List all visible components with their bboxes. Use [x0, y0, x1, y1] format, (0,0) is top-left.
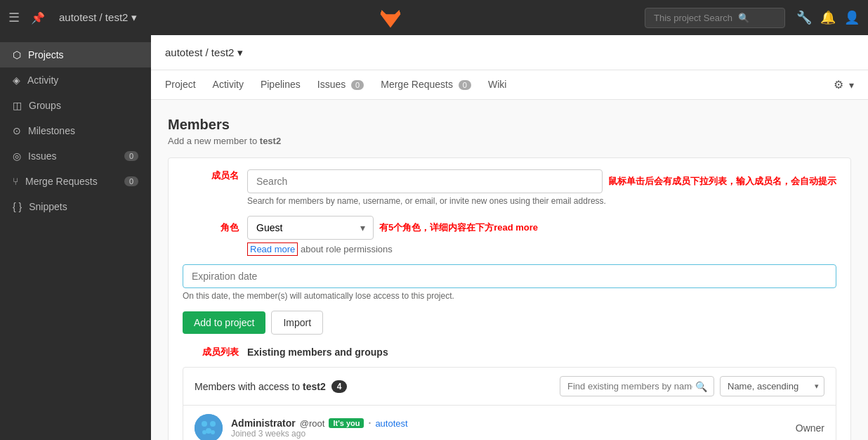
search-box[interactable]: This project Search 🔍 — [645, 8, 785, 28]
member-joined: Joined 3 weeks ago — [231, 429, 787, 439]
import-button[interactable]: Import — [271, 311, 323, 335]
page-title: Members — [168, 117, 851, 133]
wrench-icon[interactable]: 🔧 — [796, 10, 812, 25]
subnav-activity[interactable]: Activity — [213, 72, 244, 98]
role-annotation-label: 角色 — [221, 222, 239, 233]
member-name: Administrator @root It's you · autotest — [231, 418, 787, 429]
hamburger-icon[interactable]: ☰ — [8, 10, 20, 25]
sort-wrapper: Name, ascending Name, descending Last jo… — [720, 376, 824, 396]
gitlab-logo — [378, 5, 403, 30]
search-members-input[interactable] — [247, 169, 603, 193]
find-search-icon: 🔍 — [695, 381, 707, 392]
snippets-icon: { } — [13, 201, 22, 212]
breadcrumb-text[interactable]: autotest / test2 ▾ — [165, 46, 243, 59]
subnav-merge-requests[interactable]: Merge Requests 0 — [381, 72, 471, 98]
settings-dropdown-icon[interactable]: ▾ — [849, 79, 854, 91]
svg-point-4 — [202, 430, 206, 434]
sidebar-item-label-milestones: Milestones — [28, 125, 75, 136]
subnav-project[interactable]: Project — [165, 72, 196, 98]
sidebar: ⬡ Projects ◈ Activity ◫ Groups ⊙ Milesto… — [0, 35, 151, 440]
breadcrumb[interactable]: autotest / test2 ▾ — [59, 11, 137, 23]
find-members-wrapper: 🔍 — [560, 376, 714, 396]
its-you-badge: It's you — [329, 418, 364, 428]
add-to-project-button[interactable]: Add to project — [183, 311, 265, 334]
top-navbar: ☰ 📌 autotest / test2 ▾ This project Sear… — [0, 0, 868, 35]
table-row: Administrator @root It's you · autotest … — [183, 406, 836, 440]
svg-point-0 — [195, 414, 223, 440]
sidebar-item-projects[interactable]: ⬡ Projects — [0, 42, 151, 67]
issues-icon: ◎ — [13, 150, 21, 162]
members-access-header: Members with access to test2 4 🔍 Name, a… — [183, 368, 836, 406]
members-subtitle: Add a new member to test2 — [168, 136, 851, 146]
search-help-text: Search for members by name, username, or… — [247, 196, 836, 206]
breadcrumb-bar: autotest / test2 ▾ — [151, 35, 868, 70]
bell-icon[interactable]: 🔔 — [820, 10, 836, 25]
issues-badge: 0 — [124, 151, 138, 161]
read-more-row: Read more about role permissions — [247, 244, 836, 254]
avatar — [195, 414, 223, 440]
merge-requests-badge: 0 — [124, 176, 138, 186]
svg-point-1 — [202, 421, 207, 427]
subnav-issues[interactable]: Issues 0 — [317, 72, 364, 98]
svg-point-2 — [210, 421, 216, 427]
autotest-link[interactable]: autotest — [375, 418, 407, 429]
projects-icon: ⬡ — [13, 49, 21, 60]
svg-point-3 — [206, 428, 211, 434]
merge-subbadge: 0 — [459, 80, 471, 90]
milestones-icon: ⊙ — [13, 125, 21, 136]
sidebar-item-label-projects: Projects — [28, 49, 64, 60]
main-content: Members Add a new member to test2 成员名 鼠标… — [151, 100, 868, 440]
add-member-form: 成员名 鼠标单击后会有成员下拉列表，输入成员名，会自动提示 Search for… — [168, 157, 851, 440]
merge-requests-icon: ⑂ — [13, 176, 18, 187]
search-box-label: This project Search — [654, 13, 732, 23]
subnav-wiki[interactable]: Wiki — [488, 72, 506, 98]
activity-icon: ◈ — [13, 75, 20, 86]
settings-icon[interactable]: ⚙ — [834, 78, 843, 91]
sidebar-item-label-snippets: Snippets — [29, 201, 67, 212]
sort-select[interactable]: Name, ascending Name, descending Last jo… — [720, 376, 824, 396]
read-more-link[interactable]: Read more — [247, 242, 298, 256]
subnav-pipelines[interactable]: Pipelines — [261, 72, 301, 98]
search-annotation: 鼠标单击后会有成员下拉列表，输入成员名，会自动提示 — [608, 175, 836, 188]
existing-members-title: Existing members and groups — [247, 347, 388, 358]
sidebar-item-snippets[interactable]: { } Snippets — [0, 194, 151, 219]
user-avatar-icon[interactable]: 👤 — [844, 10, 860, 25]
sidebar-item-groups[interactable]: ◫ Groups — [0, 93, 151, 118]
sidebar-item-label-merge-requests: Merge Requests — [25, 176, 98, 187]
member-name-annotation: 成员名 — [211, 170, 239, 181]
sidebar-item-issues[interactable]: ◎ Issues 0 — [0, 143, 151, 169]
member-list-annotation: 成员列表 — [202, 347, 239, 357]
issues-subbadge: 0 — [351, 80, 364, 90]
sidebar-item-milestones[interactable]: ⊙ Milestones — [0, 118, 151, 143]
sidebar-item-label-activity: Activity — [27, 75, 58, 86]
sidebar-item-activity[interactable]: ◈ Activity — [0, 67, 151, 93]
sidebar-item-merge-requests[interactable]: ⑂ Merge Requests 0 — [0, 169, 151, 194]
members-with-access-text: Members with access to test2 — [195, 381, 326, 392]
expiration-help-text: On this date, the member(s) will automat… — [183, 291, 836, 301]
sidebar-item-label-issues: Issues — [28, 150, 56, 162]
member-info: Administrator @root It's you · autotest … — [231, 418, 787, 439]
sidebar-item-label-groups: Groups — [29, 100, 61, 111]
search-magnify-icon: 🔍 — [738, 13, 749, 23]
expiration-date-input[interactable] — [183, 264, 836, 288]
members-access-container: Members with access to test2 4 🔍 Name, a… — [183, 367, 836, 440]
groups-icon: ◫ — [13, 100, 22, 111]
pin-icon[interactable]: 📌 — [31, 11, 45, 25]
role-select[interactable]: Guest Reporter Developer Master Owner — [247, 216, 374, 240]
svg-point-5 — [211, 430, 215, 434]
member-role: Owner — [796, 422, 824, 434]
sub-navigation: Project Activity Pipelines Issues 0 Merg… — [151, 70, 868, 100]
role-annotation-text: 有5个角色，详细内容在下方read more — [379, 221, 538, 234]
find-members-input[interactable] — [560, 376, 714, 396]
members-count-badge: 4 — [331, 380, 348, 393]
